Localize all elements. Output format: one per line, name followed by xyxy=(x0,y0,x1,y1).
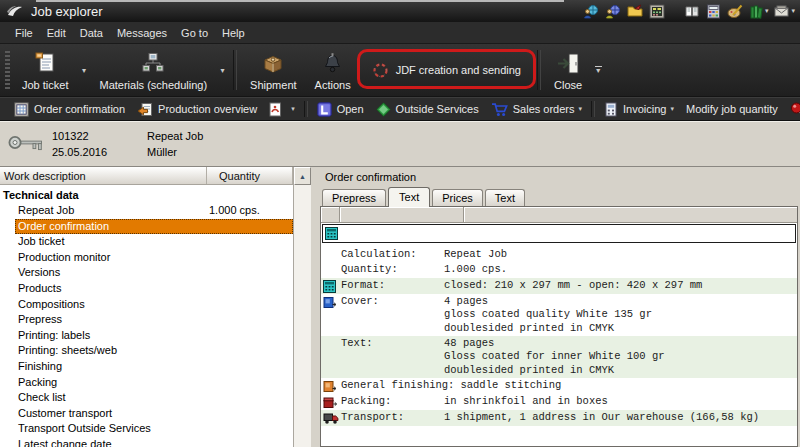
job-ticket-button[interactable]: Job ticket xyxy=(13,44,77,96)
detail-icon-slot xyxy=(323,263,341,276)
book-button[interactable] xyxy=(681,3,703,19)
tree-item-label: Packing xyxy=(0,375,201,391)
detail-value: in shrinkfoil and in boxes xyxy=(444,395,608,409)
scrollbar-up-button[interactable]: ▲ xyxy=(294,167,311,185)
tree-item-quantity xyxy=(201,359,293,375)
title-bar: Job explorer ▾▾ xyxy=(0,0,800,22)
folder-bird-button[interactable] xyxy=(624,3,646,19)
menu-item-edit[interactable]: Edit xyxy=(40,24,73,42)
tab-prepress[interactable]: Prepress xyxy=(322,189,386,206)
invoicing-button[interactable]: Invoicing▾ xyxy=(598,100,680,119)
production-overview-icon xyxy=(137,102,153,117)
window-title: Job explorer xyxy=(31,4,103,19)
menu-item-help[interactable]: Help xyxy=(215,24,252,42)
tree-item-finishing[interactable]: Finishing xyxy=(0,359,293,375)
detail-packing: Packing:in shrinkfoil and in boxes xyxy=(321,394,797,410)
tree-item-quantity xyxy=(201,328,293,344)
calculator-color-button[interactable] xyxy=(703,3,724,20)
tab-text[interactable]: Text xyxy=(485,189,525,206)
modify-status-button[interactable]: Modify status xyxy=(784,100,800,119)
book-icon xyxy=(684,4,700,18)
detail-value-line: Repeat Job xyxy=(444,248,507,261)
tab-prices[interactable]: Prices xyxy=(432,189,483,206)
tree-item-label: Production monitor xyxy=(0,250,201,266)
job-ticket-dropdown-button[interactable]: ▾ xyxy=(77,44,90,96)
calculator-frame-button[interactable] xyxy=(646,3,668,20)
detail-transport: Transport:1 shipment, 1 address in Our w… xyxy=(321,410,797,426)
tree-item-label: Compositions xyxy=(0,297,201,313)
tree-item-latest-change-date[interactable]: Latest change date xyxy=(0,437,293,447)
job-info-bar: 101322 Repeat Job 25.05.2016 Müller xyxy=(0,121,800,166)
button-label: Job ticket xyxy=(22,79,68,91)
detail-value-line: 4 pages xyxy=(444,295,652,308)
page-orange-icon xyxy=(323,379,341,393)
close-button[interactable]: Close xyxy=(545,44,591,96)
toolbar-grip[interactable] xyxy=(5,51,10,89)
table-header-cell xyxy=(321,207,340,222)
tree-item-compositions[interactable]: Compositions xyxy=(0,297,293,313)
column-header-work-description[interactable]: Work description xyxy=(0,167,207,184)
open-button[interactable]: Open xyxy=(311,100,370,119)
tab-text[interactable]: Text xyxy=(388,187,430,207)
titlebar-icons: ▾▾ xyxy=(580,1,798,21)
tree-item-versions[interactable]: Versions xyxy=(0,265,293,281)
actions-button-group: Actions xyxy=(306,44,360,96)
user-globe-blue-button[interactable] xyxy=(602,3,624,20)
confirmation-row-selected[interactable] xyxy=(322,224,796,243)
tree-item-prepress[interactable]: Prepress xyxy=(0,312,293,328)
palette-button[interactable] xyxy=(724,3,746,20)
detail-rows: Calculation:Repeat JobQuantity:1.000 cps… xyxy=(321,244,797,446)
shipment-button[interactable]: Shipment xyxy=(241,44,305,96)
detail-icon-slot xyxy=(323,248,341,261)
tree-item-label: Prepress xyxy=(0,312,201,328)
tree-item-transport-outside-services[interactable]: Transport Outside Services xyxy=(0,421,293,437)
modify-job-quantity-button[interactable]: Modify job quantity xyxy=(680,101,784,117)
panel-splitter[interactable] xyxy=(311,166,319,447)
sales-orders-button[interactable]: Sales orders▾ xyxy=(485,100,588,119)
detail-value: saddle stitching xyxy=(460,379,561,393)
detail-format: Format:closed: 210 x 297 mm - open: 420 … xyxy=(321,278,797,294)
materials-scheduling-button-group: Materials (scheduling)▾ xyxy=(90,44,229,96)
tree-item-repeat-job[interactable]: Repeat Job1.000 cps. xyxy=(0,203,293,219)
menu-item-go-to[interactable]: Go to xyxy=(174,24,215,42)
actions-button[interactable]: Actions xyxy=(306,44,360,96)
tree-item-check-list[interactable]: Check list xyxy=(0,390,293,406)
mail-icon xyxy=(774,5,790,18)
pdf-icon-button[interactable]: ▾ xyxy=(263,100,301,119)
menu-item-data[interactable]: Data xyxy=(73,24,110,42)
outside-services-button[interactable]: Outside Services xyxy=(370,100,485,119)
order-confirmation-button[interactable]: Order confirmation xyxy=(8,100,131,119)
tree-item-packing[interactable]: Packing xyxy=(0,375,293,391)
calculator-teal-icon xyxy=(323,279,341,293)
tree-item-job-ticket[interactable]: Job ticket xyxy=(0,234,293,250)
menu-item-messages[interactable]: Messages xyxy=(110,24,174,42)
detail-value-line: Gloss coated for inner White 100 gr xyxy=(444,350,665,363)
detail-calculation: Calculation:Repeat Job xyxy=(321,247,797,262)
materials-scheduling-button[interactable]: Materials (scheduling) xyxy=(90,44,216,96)
tree-item-printing-labels[interactable]: Printing: labels xyxy=(0,328,293,344)
books-button[interactable]: ▾ xyxy=(746,3,772,20)
tree-item-quantity: 1.000 cps. xyxy=(201,203,293,219)
detail-quantity: Quantity:1.000 cps. xyxy=(321,262,797,277)
tree-item-production-monitor[interactable]: Production monitor xyxy=(0,250,293,266)
column-header-quantity[interactable]: Quantity xyxy=(207,167,293,184)
table-header-cell xyxy=(340,207,464,222)
tree-item-order-confirmation[interactable]: Order confirmation xyxy=(15,219,293,235)
materials-scheduling-dropdown-button[interactable]: ▾ xyxy=(216,44,229,96)
list-column-headers: Work description Quantity xyxy=(0,167,293,185)
detail-label: Calculation: xyxy=(341,248,444,261)
tree-item-customer-transport[interactable]: Customer transport xyxy=(0,406,293,422)
mail-button[interactable]: ▾ xyxy=(771,4,798,19)
job-title: Repeat Job xyxy=(147,130,203,142)
tree-item-products[interactable]: Products xyxy=(0,281,293,297)
vertical-scrollbar[interactable]: ▲ xyxy=(293,167,311,447)
detail-value-line: in shrinkfoil and in boxes xyxy=(444,395,608,408)
toolbar-overflow-button[interactable]: ▼ xyxy=(591,44,605,96)
tree-group-technical-data[interactable]: Technical data xyxy=(0,187,293,203)
screen-edge-artifact xyxy=(36,0,564,2)
tree-item-printing-sheets-web[interactable]: Printing: sheets/web xyxy=(0,343,293,359)
jdf-creation-and-sending-button[interactable]: JDF creation and sending xyxy=(360,44,533,96)
menu-item-file[interactable]: File xyxy=(8,24,40,42)
user-globe-button[interactable] xyxy=(580,3,602,20)
production-overview-button[interactable]: Production overview xyxy=(131,100,263,119)
